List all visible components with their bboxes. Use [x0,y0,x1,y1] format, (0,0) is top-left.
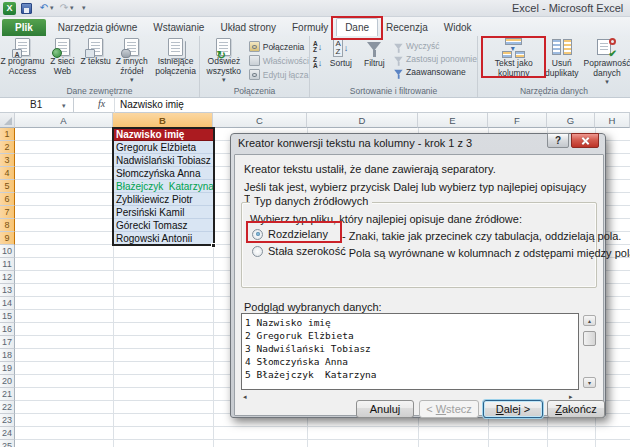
cell-b1[interactable]: Nazwisko imię [113,128,213,141]
row-header[interactable]: 15 [0,310,15,323]
formula-input[interactable]: Nazwisko imię [120,99,184,110]
radio-fixed-width[interactable] [252,246,263,257]
fill-handle[interactable] [211,243,216,248]
remove-duplicates-button[interactable]: Usuń duplikaty [543,38,580,78]
row-header[interactable]: 16 [0,323,15,336]
col-header-g[interactable]: G [547,113,595,128]
col-header-h[interactable]: H [595,113,630,128]
advanced-button[interactable]: Zaawansowane [392,67,477,77]
tab-dane[interactable]: Dane [336,18,378,36]
row-header[interactable]: 17 [0,336,15,349]
col-header-c[interactable]: C [213,113,307,128]
row-header[interactable]: 4 [0,167,15,180]
row-header[interactable]: 10 [0,245,15,258]
cell-b2[interactable]: Gregoruk Elżbieta [113,141,213,154]
existing-connections-button[interactable]: Istniejące połączenia [152,38,199,76]
row-header[interactable]: 14 [0,297,15,310]
row-header[interactable]: 5 [0,180,15,193]
from-access-button[interactable]: A Z programu Access [0,38,45,76]
row-header[interactable]: 1 [0,128,15,141]
save-button[interactable] [21,1,33,15]
sort-az-button[interactable]: AZ ↓ [313,41,322,53]
next-button[interactable]: Dalej > [483,400,543,418]
row-header[interactable]: 23 [0,414,15,427]
tab-narzedzia-glowne[interactable]: Narzędzia główne [50,19,146,36]
data-validation-button[interactable]: ✔ Poprawność danych ▾ [584,38,630,86]
column-b-data: Nazwisko imię Gregoruk Elżbieta Nadwiśla… [113,128,213,245]
row-header[interactable]: 2 [0,141,15,154]
other-sources-button[interactable]: Z innych źródeł ▾ [111,38,152,84]
cell-b9[interactable]: Rogowski Antonii [113,232,213,245]
cancel-button[interactable]: Anuluj [356,400,414,418]
scroll-left-icon[interactable]: ◂ [243,393,247,401]
radio-delimited-label[interactable]: Rozdzielany [268,228,328,240]
from-text-button[interactable]: Z tekstu [80,38,111,67]
qat-customize-caret-icon[interactable]: ▾ [82,1,86,15]
col-header-f[interactable]: F [488,113,547,128]
row-header[interactable]: 18 [0,349,15,362]
properties-button: Właściwości [249,55,309,66]
radio-delimited[interactable] [252,229,263,240]
row-header[interactable]: 13 [0,284,15,297]
col-header-a[interactable]: A [15,113,113,128]
text-to-columns-button[interactable]: ▾ Tekst jako kolumny [488,38,539,78]
connections-button[interactable]: Połączenia [249,41,309,52]
filter-button[interactable]: Filtruj [360,38,390,69]
dialog-help-button[interactable]: ? [547,133,569,148]
dropdown-caret-icon: ▾ [605,78,609,86]
group-dane-zewnetrzne: A Z programu Access Z sieci Web Z tekstu… [0,36,200,97]
dialog-close-button[interactable] [571,133,599,148]
row-header[interactable]: 25 [0,440,15,447]
from-web-button[interactable]: Z sieci Web [45,38,80,76]
tab-plik[interactable]: Plik [2,19,46,36]
scroll-up-icon[interactable]: ▴ [583,315,596,326]
row-header[interactable]: 19 [0,362,15,375]
insert-function-button[interactable]: fx [98,98,105,109]
col-header-b[interactable]: B [113,113,213,128]
redo-button[interactable]: ↷ [58,1,70,15]
row-header[interactable]: 12 [0,271,15,284]
preview-line: 1 Nazwisko imię [245,316,578,329]
radio-fixed-width-label[interactable]: Stała szerokość [268,245,346,257]
sort-za-button[interactable]: ZA ↓ [313,57,322,69]
cell-b7[interactable]: Persiński Kamil [113,206,213,219]
row-header[interactable]: 7 [0,206,15,219]
row-header[interactable]: 22 [0,401,15,414]
tab-widok[interactable]: Widok [436,19,480,36]
cell-b8[interactable]: Górecki Tomasz [113,219,213,232]
row-header[interactable]: 6 [0,193,15,206]
select-all-corner[interactable] [0,113,15,128]
cell-b6[interactable]: Zyblikiewicz Piotr [113,193,213,206]
edit-links-icon [249,69,260,80]
row-header[interactable]: 24 [0,427,15,440]
scrollbar-thumb[interactable] [583,331,596,346]
row-header[interactable]: 20 [0,375,15,388]
refresh-all-button[interactable]: ↻ Odśwież wszystko ▾ [203,38,245,84]
group-polaczenia: ↻ Odśwież wszystko ▾ Połączenia Właściwo… [200,36,310,97]
tab-uklad-strony[interactable]: Układ strony [212,19,284,36]
undo-button[interactable]: ↶ [38,1,50,15]
row-header[interactable]: 11 [0,258,15,271]
tab-wstawianie[interactable]: Wstawianie [145,19,212,36]
row-header[interactable]: 3 [0,154,15,167]
tab-formuly[interactable]: Formuły [284,19,336,36]
cell-b3[interactable]: Nadwiślański Tobiasz [113,154,213,167]
sort-za-arrow-icon: ↓ [318,57,323,69]
row-header[interactable]: 21 [0,388,15,401]
redo-caret-icon[interactable]: ▾ [70,1,74,15]
cell-b5[interactable]: Błażejczyk Katarzyna [113,180,213,193]
finish-button[interactable]: Zakończ [547,400,605,418]
col-header-d[interactable]: D [307,113,418,128]
preview-vertical-scrollbar[interactable]: ▴ ▾ [583,315,596,388]
row-header[interactable]: 9 [0,232,15,245]
scroll-down-icon[interactable]: ▾ [583,377,596,388]
col-header-e[interactable]: E [418,113,488,128]
sort-button[interactable]: AZ ↓ Sortuj [325,38,356,69]
row-header[interactable]: 8 [0,219,15,232]
name-box-caret-icon[interactable]: ▾ [62,102,66,110]
text-to-columns-wizard-dialog: Kreator konwersji tekstu na kolumny - kr… [230,133,606,418]
web-icon [55,38,70,56]
undo-caret-icon[interactable]: ▾ [50,1,54,15]
tab-recenzja[interactable]: Recenzja [378,19,436,36]
cell-b4[interactable]: Słomczyńska Anna [113,167,213,180]
